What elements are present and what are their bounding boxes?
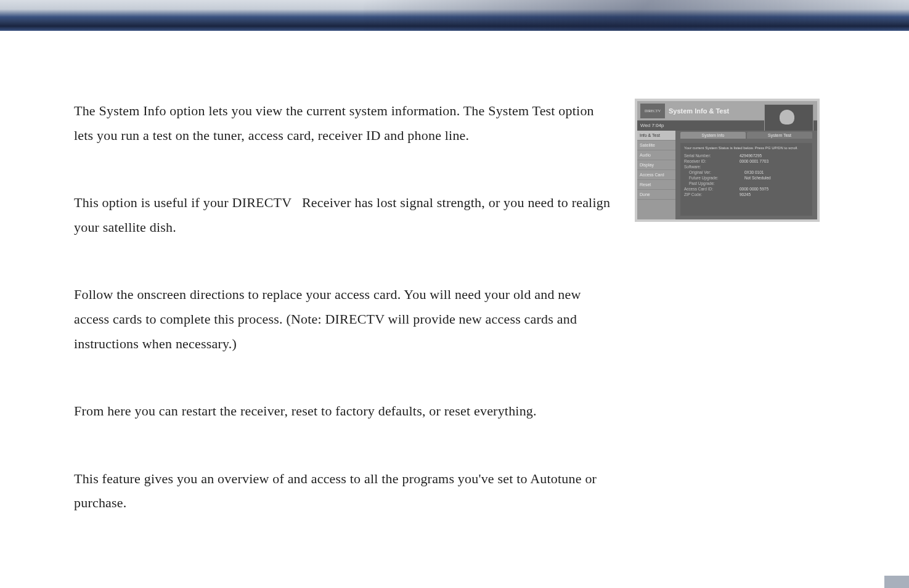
paragraph-info-test: The System Info option lets you view the… — [74, 99, 616, 147]
value-zip: 90245 — [740, 192, 809, 197]
screenshot-tabs: System Info System Test — [680, 132, 812, 139]
row-future-upgrade: Future Upgrade: Not Scheduled — [684, 176, 809, 180]
sidebar-item-reset: Reset — [637, 180, 675, 190]
label-past: Past Upgrade: — [689, 181, 744, 186]
label-receiver: Receiver ID: — [684, 159, 740, 163]
screenshot-sidebar: Info & Test Satellite Audio Display Acce… — [637, 131, 675, 219]
label-original: Original Ver: — [689, 170, 744, 174]
sidebar-item-display: Display — [637, 160, 675, 170]
row-receiver: Receiver ID: 0000 0001 7703 — [684, 159, 809, 163]
value-original: 0X30 0101 — [744, 170, 809, 174]
label-serial: Serial Number: — [684, 153, 740, 158]
picture-in-picture — [764, 104, 813, 133]
sidebar-item-info-test: Info & Test — [637, 131, 675, 141]
panel-instruction: Your current System Status is listed bel… — [684, 146, 809, 150]
sidebar-item-done: Done — [637, 190, 675, 200]
paragraph-reset: From here you can restart the receiver, … — [74, 399, 616, 423]
label-access: Access Card ID: — [684, 187, 740, 191]
sidebar-item-satellite: Satellite — [637, 141, 675, 150]
value-receiver: 0000 0001 7703 — [740, 159, 809, 163]
label-zip: ZIP Code: — [684, 192, 740, 197]
paragraph-access-card: Follow the onscreen directions to replac… — [74, 282, 616, 356]
page-banner — [0, 0, 909, 31]
paragraph-scheduler: This feature gives you an overview of an… — [74, 467, 616, 515]
label-future: Future Upgrade: — [689, 176, 744, 180]
page-corner-tab — [884, 576, 909, 588]
paragraph-satellite: This option is useful if your DIRECTV Re… — [74, 190, 616, 239]
label-software: Software: — [684, 165, 740, 169]
value-serial: 4294967295 — [740, 153, 809, 158]
screenshot-main: System Info System Test Your current Sys… — [675, 131, 817, 219]
row-serial: Serial Number: 4294967295 — [684, 153, 809, 158]
content-area: The System Info option lets you view the… — [0, 31, 909, 558]
screenshot-title: System Info & Test — [669, 107, 729, 115]
row-zip: ZIP Code: 90245 — [684, 192, 809, 197]
tab-system-info: System Info — [680, 132, 746, 139]
screenshot-body: Info & Test Satellite Audio Display Acce… — [637, 131, 817, 219]
screenshot-header: DIRECTV System Info & Test — [637, 101, 817, 121]
system-info-screenshot: DIRECTV System Info & Test Wed 7:04p Inf… — [635, 99, 820, 222]
info-panel: Your current System Status is listed bel… — [680, 143, 812, 216]
text-column: The System Info option lets you view the… — [74, 99, 616, 558]
row-access-card: Access Card ID: 0000 0000 5975 — [684, 187, 809, 191]
directv-logo: DIRECTV — [640, 104, 665, 118]
tab-system-test: System Test — [747, 132, 812, 139]
value-access: 0000 0000 5975 — [740, 187, 809, 191]
row-past-upgrade: Past Upgrade: — [684, 181, 809, 186]
row-original-ver: Original Ver: 0X30 0101 — [684, 170, 809, 174]
value-future: Not Scheduled — [744, 176, 809, 180]
sidebar-item-access-card: Access Card — [637, 170, 675, 180]
row-software: Software: — [684, 165, 809, 169]
sidebar-item-audio: Audio — [637, 150, 675, 160]
image-column: DIRECTV System Info & Test Wed 7:04p Inf… — [635, 99, 826, 558]
